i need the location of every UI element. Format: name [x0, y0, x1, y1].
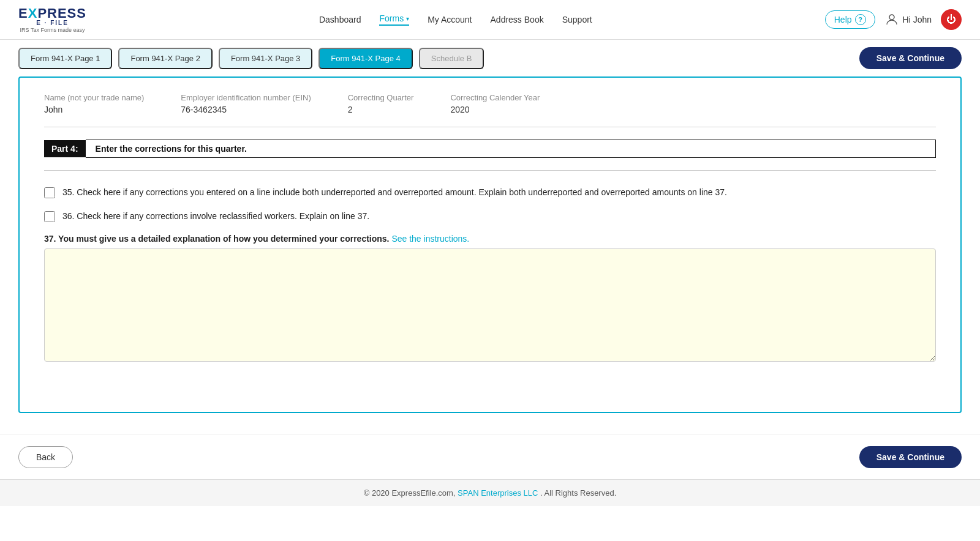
user-greeting: Hi John	[903, 15, 932, 24]
name-field: Name (not your trade name) John	[44, 93, 144, 114]
line36-row: 36. Check here if any corrections involv…	[44, 210, 936, 223]
part4-title: Enter the corrections for this quarter.	[86, 140, 936, 158]
tab-page2[interactable]: Form 941-X Page 2	[118, 48, 212, 69]
form-card: Name (not your trade name) John Employer…	[18, 76, 962, 413]
ein-label: Employer identification number (EIN)	[181, 93, 311, 102]
line35-checkbox[interactable]	[44, 187, 55, 198]
part4-header: Part 4: Enter the corrections for this q…	[44, 140, 936, 158]
quarter-label: Correcting Quarter	[348, 93, 414, 102]
footer: © 2020 ExpressEfile.com, SPAN Enterprise…	[0, 479, 980, 506]
line35-label: 35. Check here if any corrections you en…	[62, 186, 727, 199]
year-field: Correcting Calender Year 2020	[450, 93, 540, 114]
chevron-down-icon: ▾	[406, 15, 409, 22]
line36-label: 36. Check here if any corrections involv…	[62, 210, 369, 223]
year-label: Correcting Calender Year	[450, 93, 540, 102]
quarter-field: Correcting Quarter 2	[348, 93, 414, 114]
logo: EXPRESS E · FILE IRS Tax Forms made easy	[18, 7, 86, 33]
line37-section: 37. You must give us a detailed explanat…	[44, 234, 936, 364]
line36-checkbox[interactable]	[44, 211, 55, 222]
line37-label: 37. You must give us a detailed explanat…	[44, 234, 936, 244]
line37-prefix: 37. You must give us a detailed explanat…	[44, 234, 390, 244]
main-content: Name (not your trade name) John Employer…	[0, 76, 980, 425]
save-continue-bottom-button[interactable]: Save & Continue	[859, 446, 962, 468]
nav-forms[interactable]: Forms ▾	[379, 13, 409, 26]
nav-dashboard[interactable]: Dashboard	[319, 15, 361, 24]
logo-text: EXPRESS	[18, 7, 86, 20]
footer-text-after: . All Rights Reserved.	[540, 488, 616, 498]
user-icon	[884, 12, 899, 27]
line35-row: 35. Check here if any corrections you en…	[44, 186, 936, 199]
save-continue-top-button[interactable]: Save & Continue	[859, 47, 962, 69]
tabs-left: Form 941-X Page 1 Form 941-X Page 2 Form…	[18, 48, 484, 69]
svg-point-0	[889, 15, 894, 20]
logo-tagline: IRS Tax Forms made easy	[20, 28, 85, 33]
tab-schedule-b[interactable]: Schedule B	[419, 48, 484, 69]
form-info-row: Name (not your trade name) John Employer…	[44, 93, 936, 114]
tab-page4[interactable]: Form 941-X Page 4	[318, 48, 412, 69]
explanation-textarea[interactable]	[44, 248, 936, 362]
bottom-bar: Back Save & Continue	[0, 435, 980, 479]
help-icon: ?	[855, 14, 866, 25]
tab-page3[interactable]: Form 941-X Page 3	[219, 48, 312, 69]
main-nav: Dashboard Forms ▾ My Account Address Boo…	[319, 13, 592, 26]
ein-field: Employer identification number (EIN) 76-…	[181, 93, 311, 114]
nav-support[interactable]: Support	[562, 15, 592, 24]
help-button[interactable]: Help ?	[825, 10, 875, 29]
name-value: John	[44, 105, 144, 114]
name-label: Name (not your trade name)	[44, 93, 144, 102]
header-right: Help ? Hi John ⏻	[825, 9, 962, 30]
nav-address-book[interactable]: Address Book	[491, 15, 544, 24]
part4-divider	[44, 170, 936, 171]
info-divider	[44, 127, 936, 127]
year-value: 2020	[450, 105, 540, 114]
tab-page1[interactable]: Form 941-X Page 1	[18, 48, 112, 69]
tabs-bar: Form 941-X Page 1 Form 941-X Page 2 Form…	[0, 40, 980, 76]
nav-forms-label: Forms	[379, 13, 404, 23]
quarter-value: 2	[348, 105, 414, 114]
part4-label: Part 4:	[44, 140, 86, 157]
nav-my-account[interactable]: My Account	[428, 15, 472, 24]
ein-value: 76-3462345	[181, 105, 311, 114]
help-label: Help	[834, 15, 852, 24]
footer-text-before: © 2020 ExpressEfile.com,	[364, 488, 456, 498]
power-icon: ⏻	[946, 14, 956, 25]
logo-efile: E · FILE	[36, 20, 69, 26]
footer-span-link[interactable]: SPAN Enterprises LLC	[458, 488, 538, 498]
header: EXPRESS E · FILE IRS Tax Forms made easy…	[0, 0, 980, 40]
line37-instructions-link[interactable]: See the instructions.	[391, 234, 469, 244]
back-button[interactable]: Back	[18, 446, 73, 468]
logout-button[interactable]: ⏻	[941, 9, 962, 30]
user-area[interactable]: Hi John	[884, 12, 932, 27]
